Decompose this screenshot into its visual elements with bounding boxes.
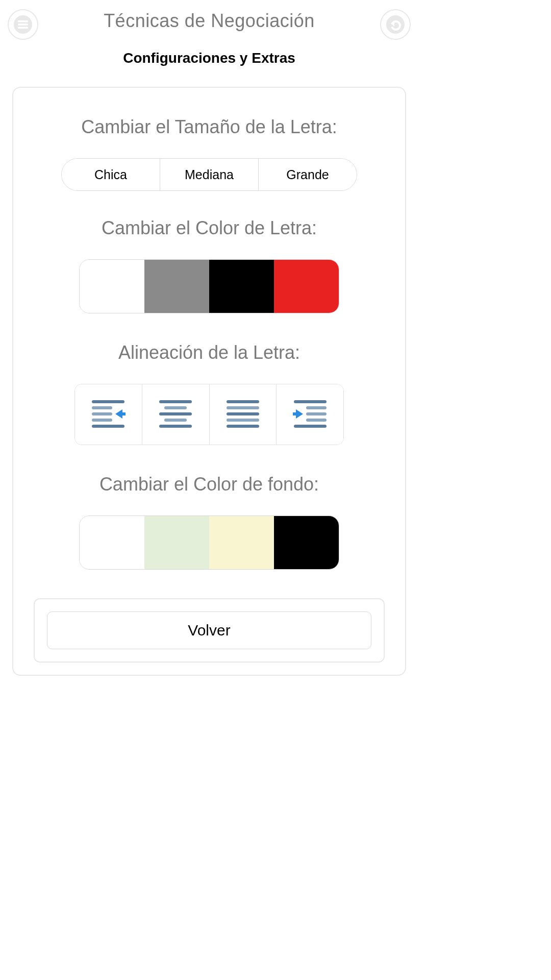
svg-rect-3	[18, 27, 28, 29]
font-size-large[interactable]: Grande	[259, 159, 357, 190]
back-button[interactable]: Volver	[47, 611, 371, 649]
align-justify[interactable]	[210, 384, 277, 445]
font-color-title: Cambiar el Color de Letra:	[34, 217, 385, 239]
svg-rect-23	[306, 412, 327, 415]
font-color-white[interactable]	[80, 260, 144, 313]
bg-color-green[interactable]	[144, 516, 209, 569]
footer-box: Volver	[34, 598, 385, 663]
bg-color-title: Cambiar el Color de fondo:	[34, 474, 385, 495]
svg-rect-16	[227, 400, 259, 403]
svg-rect-15	[159, 425, 192, 428]
svg-rect-19	[227, 419, 259, 422]
svg-rect-1	[18, 20, 28, 22]
font-size-medium[interactable]: Mediana	[160, 159, 259, 190]
font-color-gray[interactable]	[144, 260, 209, 313]
bg-color-black[interactable]	[274, 516, 339, 569]
svg-rect-7	[92, 412, 112, 415]
svg-rect-21	[294, 400, 327, 403]
svg-rect-14	[164, 419, 187, 422]
align-outdent[interactable]	[75, 384, 142, 445]
alignment-row	[74, 384, 344, 445]
svg-rect-9	[92, 425, 124, 428]
align-justify-icon	[222, 396, 263, 433]
svg-point-4	[386, 15, 405, 34]
font-size-segmented: Chica Mediana Grande	[61, 158, 357, 191]
alignment-title: Alineación de la Letra:	[34, 342, 385, 363]
hamburger-icon	[13, 14, 33, 35]
align-center-icon	[155, 396, 196, 433]
svg-rect-8	[92, 419, 112, 422]
font-color-black[interactable]	[209, 260, 274, 313]
settings-panel: Cambiar el Tamaño de la Letra: Chica Med…	[12, 87, 406, 676]
svg-rect-26	[293, 412, 300, 415]
svg-rect-24	[306, 419, 327, 422]
font-size-small[interactable]: Chica	[62, 159, 160, 190]
svg-rect-13	[159, 412, 192, 415]
svg-rect-10	[118, 412, 126, 415]
svg-rect-12	[164, 406, 187, 409]
bg-color-row	[79, 516, 339, 570]
svg-rect-2	[18, 23, 28, 26]
header-back-button[interactable]	[380, 9, 411, 40]
bg-color-cream[interactable]	[209, 516, 274, 569]
svg-rect-6	[92, 406, 112, 409]
svg-rect-17	[227, 406, 259, 409]
bg-color-white[interactable]	[80, 516, 144, 569]
font-size-title: Cambiar el Tamaño de la Letra:	[34, 116, 385, 138]
menu-button[interactable]	[8, 9, 38, 40]
font-color-row	[79, 259, 339, 313]
svg-rect-5	[92, 400, 124, 403]
indent-icon	[290, 396, 331, 433]
align-center[interactable]	[142, 384, 210, 445]
svg-rect-11	[159, 400, 192, 403]
svg-rect-18	[227, 412, 259, 415]
outdent-icon	[88, 396, 129, 433]
undo-icon	[385, 14, 406, 35]
font-color-red[interactable]	[274, 260, 339, 313]
page-subtitle: Configuraciones y Extras	[0, 50, 418, 66]
align-indent[interactable]	[277, 384, 343, 445]
app-title: Técnicas de Negociación	[0, 10, 418, 32]
svg-rect-20	[227, 425, 259, 428]
svg-rect-22	[306, 406, 327, 409]
svg-rect-25	[294, 425, 327, 428]
